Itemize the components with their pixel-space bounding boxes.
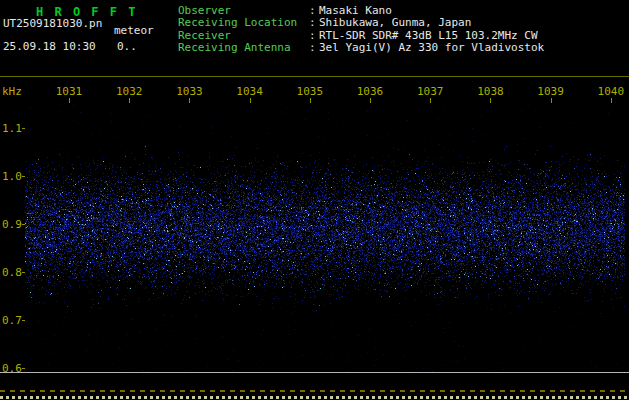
time-tick-label: 1031 <box>55 85 83 98</box>
header-info: Observer : Masaki Kano Receiving Locatio… <box>178 5 544 55</box>
info-value: Shibukawa, Gunma, Japan <box>319 17 471 29</box>
station-name: meteor <box>114 24 154 37</box>
info-value: 3el Yagi(V) Az 330 for Vladivostok <box>319 42 544 54</box>
info-row-antenna: Receiving Antenna : 3el Yagi(V) Az 330 f… <box>178 42 544 54</box>
freq-tick-label: 1.1 <box>2 122 22 135</box>
bottom-tick-row-dim <box>0 390 629 392</box>
info-colon: : <box>309 17 319 29</box>
time-tick-label: 1035 <box>296 85 324 98</box>
spectrogram-canvas <box>25 103 625 372</box>
hrofft-window: H R O F F T UT2509181030.pn meteor 25.09… <box>0 0 629 400</box>
freq-tick-label: 0.7 <box>2 314 22 327</box>
header-separator-line <box>0 76 629 77</box>
time-tick-label: 1039 <box>537 85 565 98</box>
freq-tick-label: 1.0 <box>2 170 22 183</box>
freq-tick-label: 0.8 <box>2 266 22 279</box>
time-tick-label: 1033 <box>175 85 203 98</box>
time-tick-label: 1032 <box>115 85 143 98</box>
info-colon: : <box>309 42 319 54</box>
time-tick-label: 1037 <box>416 85 444 98</box>
capture-filename: UT2509181030.pn <box>3 17 102 30</box>
echo-count: 0.. <box>117 40 137 53</box>
info-label: Receiving Antenna <box>178 42 309 54</box>
freq-axis-unit: kHz <box>2 85 22 98</box>
time-tick-label: 1038 <box>476 85 504 98</box>
time-tick-label: 1036 <box>356 85 384 98</box>
time-tick-label: 1040 <box>597 85 625 98</box>
info-label: Receiving Location <box>178 17 309 29</box>
bottom-tick-row-bright <box>0 396 629 399</box>
info-row-location: Receiving Location : Shibukawa, Gunma, J… <box>178 17 544 29</box>
freq-tick-label: 0.9 <box>2 218 22 231</box>
capture-datetime: 25.09.18 10:30 <box>3 40 96 53</box>
time-tick-label: 1034 <box>236 85 264 98</box>
